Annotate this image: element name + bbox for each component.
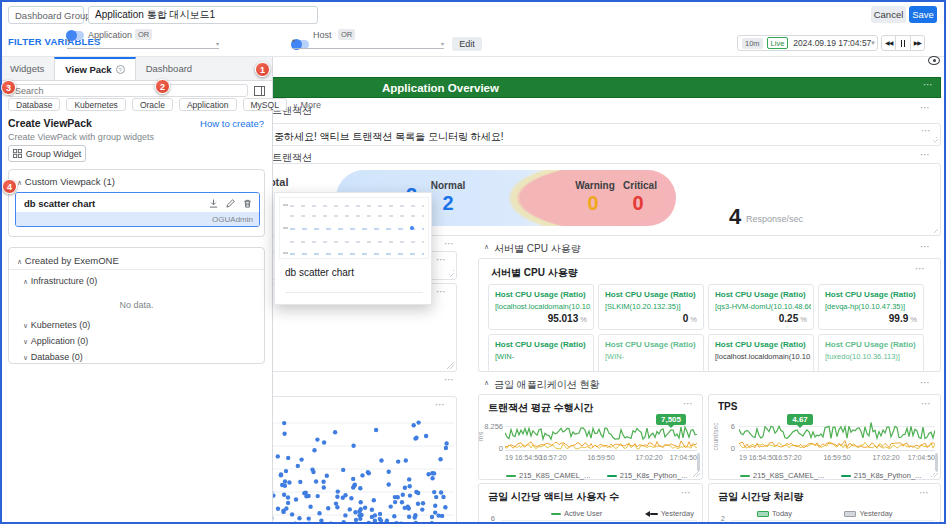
scatter-dot	[354, 518, 358, 522]
chip-database[interactable]: Database	[8, 98, 60, 111]
category-kubernetes[interactable]: ∨ Kubernetes (0)	[23, 320, 90, 330]
rewind-button[interactable]: ◀◀	[882, 36, 896, 50]
active-users-menu-icon[interactable]: ⋯	[681, 490, 692, 496]
scatter-dot	[430, 476, 434, 480]
view-pack-help-icon[interactable]: ?	[116, 65, 125, 74]
x-axis-tick: 16:57:20	[539, 454, 566, 461]
host-cpu-card[interactable]: Host CPU Usage (Ratio) [devqa-hp(10.10.4…	[818, 284, 924, 330]
title-menu-icon[interactable]: ⋯	[923, 82, 934, 88]
custom-viewpack-chevron-icon: ∧	[17, 179, 22, 186]
scatter-plot	[246, 411, 454, 524]
time-range-chip[interactable]: 10m	[742, 38, 763, 49]
notice-widget[interactable]: 집중하세요! 액티브 트랜잭션 목록을 모니터링 하세요! ⋯	[216, 123, 941, 146]
custom-viewpack-header[interactable]: ∧ Custom Viewpack (1)	[17, 176, 115, 187]
left-bottom-section-menu-icon[interactable]: ⋯	[444, 377, 455, 383]
scatter-dot	[413, 515, 417, 519]
pause-button[interactable]	[896, 36, 910, 50]
dashboard-name-input[interactable]	[88, 6, 318, 24]
application-filter-caret-icon: ▾	[216, 40, 219, 47]
infrastructure-label: Infrastructure (0)	[31, 276, 98, 286]
chart2-resize[interactable]	[931, 470, 938, 477]
throughput-menu-icon[interactable]: ⋯	[919, 490, 930, 496]
host-cpu-card[interactable]: Host CPU Usage (Ratio) [qs3-HVM-domU(10.…	[708, 284, 814, 330]
category-application[interactable]: ∨ Application (0)	[23, 336, 88, 346]
host-cpu-card[interactable]: Host CPU Usage (Ratio) [localhost.locald…	[488, 284, 594, 330]
edit-filters-button[interactable]: Edit	[452, 37, 482, 51]
host-cpu-host: [SLKIM(10.20.132.35)]	[605, 302, 701, 311]
chart1-resize[interactable]	[693, 470, 700, 477]
scatter-dot	[421, 501, 425, 505]
scatter-dot	[282, 493, 286, 497]
zeros-widget-menu-icon[interactable]: ⋯	[436, 289, 447, 295]
section-2-menu-icon[interactable]: ⋯	[920, 152, 931, 158]
annotation-badge-4: 4	[2, 179, 17, 194]
save-button[interactable]: Save	[909, 6, 937, 23]
more-chips-button[interactable]: ∨ More	[293, 100, 321, 110]
scatter-dot	[283, 484, 287, 488]
scatter-dot	[420, 507, 424, 511]
viewpack-item-card[interactable]: db scatter chart OGUAdmin	[15, 192, 260, 227]
group-widget-button[interactable]: Group Widget	[8, 145, 86, 162]
application-filter-value-select[interactable]: * ▾	[67, 39, 219, 49]
host-cpu-metric-title: Host CPU Usage (Ratio)	[715, 340, 806, 349]
how-to-create-link[interactable]: How to create?	[200, 118, 264, 129]
dashboard-group-select[interactable]: Dashboard Group ▾	[8, 6, 84, 24]
host-cpu-card[interactable]: Host CPU Usage (Ratio) [localhost.locald…	[708, 334, 814, 372]
edit-icon[interactable]	[226, 199, 235, 208]
search-input[interactable]	[8, 84, 248, 97]
notice-menu-icon[interactable]: ⋯	[921, 128, 932, 134]
today-section-menu-icon[interactable]: ⋯	[920, 380, 931, 386]
chip-application[interactable]: Application	[179, 98, 237, 111]
host-cpu-card[interactable]: Host CPU Usage (Ratio) [WIN-	[488, 334, 594, 372]
scatter-dot	[366, 470, 370, 474]
tab-dashboard[interactable]: Dashboard	[136, 57, 202, 80]
scatter-dot	[351, 444, 355, 448]
view-eye-button[interactable]	[928, 56, 940, 65]
host-cpu-host: [WIN-	[605, 352, 701, 361]
scatter-widget-menu-icon[interactable]: ⋯	[435, 402, 446, 408]
application-chevron-icon: ∨	[23, 338, 28, 345]
tab-view-pack[interactable]: View Pack?	[54, 57, 135, 80]
host-cpu-card[interactable]: Host CPU Usage (Ratio) [tuxedo(10.10.36.…	[818, 334, 924, 372]
section-1-menu-icon[interactable]: ⋯	[920, 105, 931, 111]
avg-exec-time-menu-icon[interactable]: ⋯	[683, 401, 694, 407]
chip-kubernetes[interactable]: Kubernetes	[66, 98, 125, 111]
chart2-scrollbar[interactable]	[935, 453, 938, 471]
forward-button[interactable]: ▶▶	[911, 36, 924, 50]
time-range-control[interactable]: 10m Live 2024.09.19 17:04:57 ▾	[737, 35, 878, 51]
chip-oracle[interactable]: Oracle	[132, 98, 173, 111]
tab-widgets[interactable]: Widgets	[0, 57, 54, 80]
host-cpu-card[interactable]: Host CPU Usage (Ratio) [WIN-	[598, 334, 704, 372]
host-filter-value-select[interactable]: * ▾	[292, 39, 444, 49]
chart1-xticks: 19 16:54:5016:57:2016:59:5017:02:2017:04…	[505, 454, 697, 462]
left-small-widget-menu-icon[interactable]: ⋯	[436, 257, 447, 263]
left-section-menu-icon[interactable]: ⋯	[444, 241, 455, 247]
scatter-dot	[370, 515, 374, 519]
scatter-dot	[438, 457, 442, 461]
created-by-header[interactable]: ∧ Created by ExemONE	[17, 255, 119, 266]
cpu-section-collapse-icon[interactable]: ∧	[484, 243, 489, 251]
cancel-button[interactable]: Cancel	[871, 6, 906, 23]
left-small-widget-resize[interactable]	[447, 270, 454, 277]
notice-resize-handle[interactable]	[931, 136, 938, 143]
scatter-dot	[326, 506, 330, 510]
scatter-dot	[325, 474, 329, 478]
collapse-panel-button[interactable]	[253, 84, 266, 97]
chart1-ymax: 8.256	[483, 422, 503, 431]
chip-mysql[interactable]: MySQL	[243, 98, 287, 111]
host-cpu-card[interactable]: Host CPU Usage (Ratio) [SLKIM(10.20.132.…	[598, 284, 704, 330]
live-chip[interactable]: Live	[767, 37, 789, 49]
delete-icon[interactable]	[243, 199, 252, 208]
scatter-dot	[353, 510, 357, 514]
category-database[interactable]: ∨ Database (0)	[23, 352, 83, 362]
download-icon[interactable]	[209, 199, 218, 208]
drag-preview-card[interactable]: db scatter chart	[274, 192, 432, 305]
cpu-section-menu-icon[interactable]: ⋯	[920, 244, 931, 250]
today-section-collapse-icon[interactable]: ∧	[484, 379, 489, 387]
chart1-scrollbar[interactable]	[697, 453, 700, 471]
cpu-usage-card: 서버별 CPU 사용량 ⋯ Host CPU Usage (Ratio) [lo…	[478, 258, 941, 372]
zeros-widget-resize[interactable]	[447, 362, 454, 369]
tps-menu-icon[interactable]: ⋯	[921, 401, 932, 407]
category-infrastructure[interactable]: ∧ Infrastructure (0)	[23, 276, 97, 286]
status-resize-handle[interactable]	[931, 226, 938, 233]
